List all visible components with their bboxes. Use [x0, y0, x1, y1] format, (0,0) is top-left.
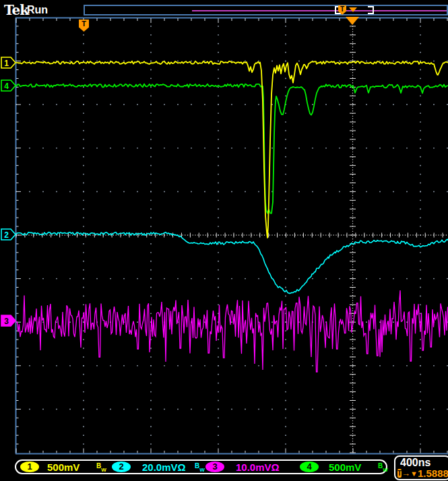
graticule-and-waveforms: 1234 [0, 0, 448, 481]
oscilloscope-screen: 1234 Tek Run T T 1 500mV BW 2 20.0mVΩ BW… [0, 0, 448, 481]
timebase-scale: 400ns [400, 457, 448, 468]
channel-3-badge[interactable]: 3 [205, 461, 224, 472]
trigger-delay-value: 1.5888µs [418, 468, 448, 478]
channel-4-scale[interactable]: 500mV [329, 461, 361, 473]
trigger-readout: T → ▼ 1.5888µs [397, 468, 448, 478]
channel-2-badge[interactable]: 2 [112, 461, 131, 472]
channel-2-bandwidth-icon: BW [195, 462, 205, 474]
trigger-delay-marker-icon: ▼ [410, 469, 418, 478]
channel-3-marker[interactable]: 3 [1, 315, 15, 326]
waveform-ch3 [16, 290, 448, 372]
channel-2-marker[interactable]: 2 [1, 229, 15, 240]
channel-4-marker[interactable]: 4 [1, 80, 15, 91]
channel-1-marker[interactable]: 1 [1, 57, 15, 68]
waveform-ch4 [16, 84, 448, 214]
timebase-readout[interactable]: 400ns T → ▼ 1.5888µs [394, 455, 448, 480]
waveform-ch1 [16, 61, 448, 238]
channel-2-scale[interactable]: 20.0mVΩ [142, 461, 186, 473]
trigger-arrow-icon: → [402, 469, 410, 478]
channel-readout-bar: 1 500mV BW 2 20.0mVΩ BW 3 10.0mVΩ 4 500m… [15, 459, 387, 474]
svg-text:2: 2 [4, 230, 9, 240]
channel-1-badge[interactable]: 1 [20, 461, 39, 472]
channel-4-badge[interactable]: 4 [300, 461, 319, 472]
channel-4-bandwidth-icon: BW [378, 462, 388, 474]
waveform-ch2 [16, 232, 448, 294]
svg-text:4: 4 [4, 82, 9, 91]
svg-text:1: 1 [4, 59, 9, 68]
svg-text:3: 3 [4, 317, 9, 326]
graticule [15, 18, 448, 454]
channel-3-scale[interactable]: 10.0mVΩ [236, 461, 280, 473]
channel-1-scale[interactable]: 500mV [47, 461, 79, 473]
expansion-point-icon[interactable] [346, 17, 359, 25]
channel-1-bandwidth-icon: BW [96, 462, 106, 474]
